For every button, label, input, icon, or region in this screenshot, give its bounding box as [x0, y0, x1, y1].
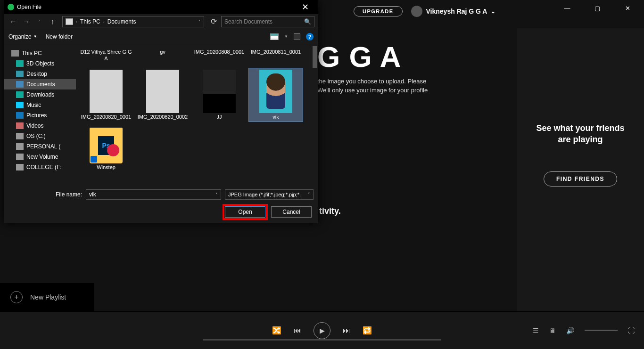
- file-item[interactable]: IMG_20200820_0002: [135, 68, 190, 122]
- progress-bar[interactable]: [203, 339, 441, 341]
- tree-item-label: OS (C:): [26, 133, 46, 139]
- tree-item[interactable]: Videos: [4, 121, 76, 131]
- thumbnail: [259, 70, 292, 113]
- dialog-title: Open File: [17, 4, 41, 10]
- tree-item-label: New Volume: [26, 154, 58, 160]
- open-button[interactable]: Open: [225, 206, 265, 218]
- path-separator-icon: ›: [103, 19, 105, 24]
- window-controls: — ▢ ✕: [556, 0, 644, 16]
- dialog-body: This PC3D ObjectsDesktopDocumentsDownloa…: [4, 44, 318, 186]
- fullscreen-icon[interactable]: ⛶: [628, 327, 635, 334]
- file-list[interactable]: D12 Vithya Shree G G AgvIMG_20200808_000…: [76, 44, 318, 186]
- new-folder-button[interactable]: New folder: [46, 33, 73, 40]
- scrollbar[interactable]: [313, 46, 317, 184]
- maximize-button[interactable]: ▢: [586, 0, 608, 16]
- minimize-button[interactable]: —: [556, 0, 578, 16]
- tree-item[interactable]: Desktop: [4, 69, 76, 79]
- search-icon: 🔍: [304, 18, 311, 25]
- tree-item[interactable]: New Volume: [4, 152, 76, 162]
- file-item[interactable]: IMG_20200820_0001: [79, 68, 133, 122]
- address-bar[interactable]: › This PC › Documents ˅: [62, 16, 204, 27]
- up-button[interactable]: ↑: [47, 17, 58, 25]
- repeat-icon[interactable]: 🔁: [363, 326, 372, 335]
- tree-item-label: Music: [26, 102, 41, 108]
- dialog-footer: File name: vik ˅ JPEG Image (*.jfif;*.jp…: [4, 186, 318, 221]
- dialog-nav: ← → ˅ ↑ › This PC › Documents ˅ ⟳ Search…: [4, 14, 318, 29]
- tree-item[interactable]: Downloads: [4, 89, 76, 100]
- path-root[interactable]: This PC: [80, 18, 100, 25]
- close-button[interactable]: ✕: [617, 0, 638, 16]
- spotify-icon: [8, 4, 14, 10]
- view-mode-button[interactable]: [270, 33, 279, 40]
- folder-icon: [16, 164, 24, 170]
- file-item[interactable]: JJ: [192, 68, 247, 122]
- sidebar-new-playlist[interactable]: + New Playlist: [0, 283, 94, 311]
- cancel-button[interactable]: Cancel: [271, 206, 312, 218]
- volume-slider[interactable]: [585, 330, 618, 331]
- folder-icon: [16, 154, 24, 160]
- next-icon[interactable]: ⏭: [343, 326, 350, 335]
- file-name: vik: [272, 114, 279, 121]
- file-name: IMG_20200808_0001: [194, 49, 244, 56]
- activity-text-fragment: tivity.: [319, 206, 341, 216]
- tree-item[interactable]: Documents: [4, 79, 76, 89]
- file-item[interactable]: vik: [248, 68, 303, 122]
- search-placeholder: Search Documents: [224, 18, 272, 25]
- tree-item-label: COLLEGE (F:: [26, 164, 62, 170]
- tree-item[interactable]: Pictures: [4, 110, 76, 121]
- organize-menu[interactable]: Organize ▼: [8, 33, 37, 40]
- refresh-button[interactable]: ⟳: [208, 17, 219, 26]
- nav-tree: This PC3D ObjectsDesktopDocumentsDownloa…: [4, 44, 76, 186]
- filetype-filter[interactable]: JPEG Image (*.jfif;*.jpeg;*.pjp;*. ˅: [225, 189, 314, 200]
- file-name: IMG_20200820_0001: [81, 114, 131, 121]
- recent-dropdown[interactable]: ˅: [34, 19, 45, 24]
- folder-icon: [16, 112, 24, 119]
- upload-help-text: the image you choose to upload. Please W…: [317, 77, 428, 95]
- tree-item[interactable]: Music: [4, 100, 76, 110]
- shuffle-icon[interactable]: 🔀: [272, 326, 281, 335]
- thumbnail: [90, 70, 123, 113]
- filename-input[interactable]: vik ˅: [86, 189, 221, 200]
- help-icon[interactable]: ?: [306, 33, 314, 41]
- folder-icon: [66, 18, 73, 25]
- folder-icon: [16, 71, 24, 77]
- player-bar: 🔀 ⏮ ▶ ⏭ 🔁 ☰ 🖥 🔊 ⛶: [0, 311, 644, 349]
- tree-item[interactable]: PERSONAL (: [4, 141, 76, 152]
- forward-button[interactable]: →: [21, 17, 32, 25]
- dialog-close-button[interactable]: ✕: [296, 2, 314, 12]
- file-item[interactable]: IMG_20200811_0001: [248, 47, 303, 64]
- tree-item-label: Downloads: [26, 91, 54, 98]
- previous-icon[interactable]: ⏮: [294, 326, 301, 335]
- upgrade-button[interactable]: UPGRADE: [354, 6, 403, 16]
- path-separator-icon: ›: [76, 19, 77, 24]
- preview-pane-button[interactable]: [294, 33, 300, 40]
- plus-icon: +: [10, 291, 23, 303]
- volume-icon[interactable]: 🔊: [566, 327, 574, 334]
- chevron-down-icon: ▼: [33, 34, 37, 39]
- chevron-down-icon[interactable]: ˅: [198, 19, 201, 24]
- tree-item[interactable]: OS (C:): [4, 131, 76, 141]
- folder-icon: [11, 50, 19, 57]
- back-button[interactable]: ←: [8, 17, 19, 25]
- file-item[interactable]: PsWinstep: [79, 126, 133, 173]
- tree-item[interactable]: COLLEGE (F:: [4, 162, 76, 172]
- chevron-down-icon[interactable]: ˅: [215, 192, 218, 197]
- tree-item-label: Pictures: [26, 112, 47, 119]
- find-friends-button[interactable]: FIND FRIENDS: [544, 171, 617, 187]
- devices-icon[interactable]: 🖥: [549, 327, 556, 334]
- profile-title: G G A: [317, 40, 428, 73]
- file-item[interactable]: D12 Vithya Shree G G A: [79, 47, 133, 64]
- thumbnail: [203, 70, 236, 113]
- chevron-down-icon[interactable]: ▼: [284, 34, 288, 39]
- tree-item[interactable]: 3D Objects: [4, 58, 76, 69]
- file-item[interactable]: gv: [135, 47, 190, 64]
- search-input[interactable]: Search Documents 🔍: [221, 16, 314, 27]
- tree-item-label: PERSONAL (: [26, 143, 60, 150]
- queue-icon[interactable]: ☰: [533, 327, 539, 334]
- file-item[interactable]: IMG_20200808_0001: [192, 47, 247, 64]
- user-menu[interactable]: Vikneysh Raj G G A ⌄: [411, 6, 496, 17]
- play-button[interactable]: ▶: [314, 322, 330, 339]
- tree-item[interactable]: This PC: [4, 48, 76, 58]
- path-folder[interactable]: Documents: [107, 18, 136, 25]
- folder-icon: [16, 60, 24, 67]
